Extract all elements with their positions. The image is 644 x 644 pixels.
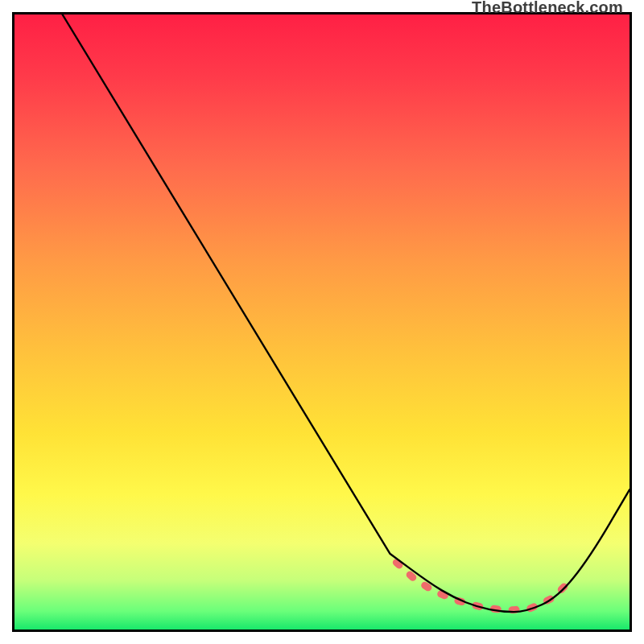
chart-frame bbox=[12, 12, 632, 632]
watermark: TheBottleneck.com bbox=[472, 0, 623, 17]
bottleneck-curve bbox=[63, 14, 630, 612]
plot-svg bbox=[14, 14, 630, 630]
optimal-zone-dots bbox=[396, 563, 573, 611]
